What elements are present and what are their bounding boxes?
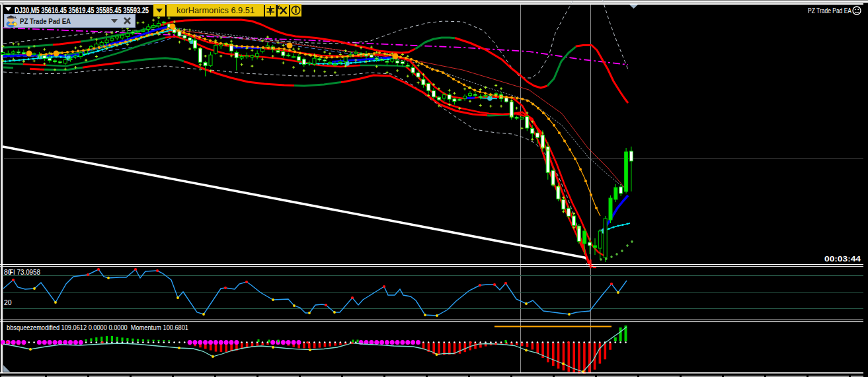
svg-text:bbsqueezemodified 109.0612 0.0: bbsqueezemodified 109.0612 0.0000 0.0000… — [7, 324, 188, 331]
svg-text:korHarmonics 6.9.51: korHarmonics 6.9.51 — [177, 6, 255, 15]
svg-text:00:03:44: 00:03:44 — [824, 255, 861, 263]
svg-text:PZ Trade Pad EA: PZ Trade Pad EA — [808, 7, 851, 15]
svg-text:DJ30,M5 35616.45 35619.45 355: DJ30,M5 35616.45 35619.45 35585.45 35593… — [15, 6, 149, 15]
svg-text:FI 73.0958: FI 73.0958 — [9, 268, 40, 276]
svg-text:20: 20 — [4, 298, 12, 306]
svg-text:PZ Trade Pad EA: PZ Trade Pad EA — [20, 17, 71, 25]
